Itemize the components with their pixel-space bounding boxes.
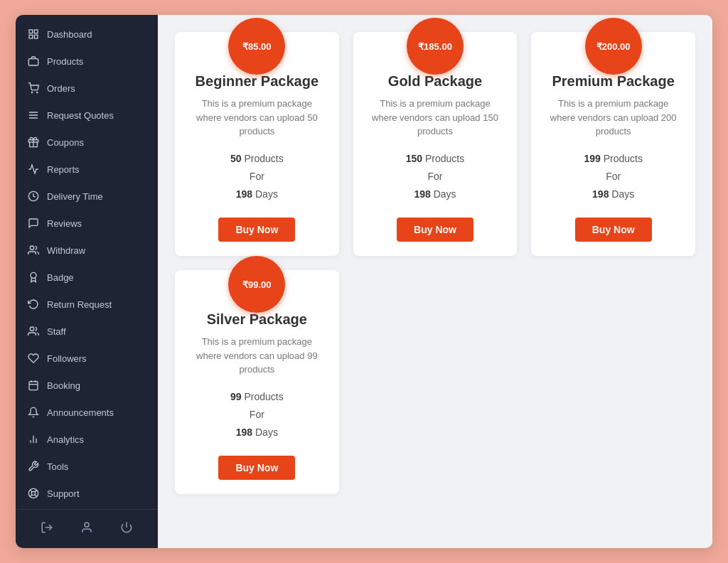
price-badge-gold: ₹185.00 bbox=[407, 18, 464, 75]
booking-icon bbox=[27, 379, 40, 392]
sidebar-item-products[interactable]: Products bbox=[16, 48, 158, 75]
svg-rect-16 bbox=[29, 382, 38, 390]
sidebar-item-analytics[interactable]: Analytics bbox=[16, 426, 158, 453]
price-badge-beginner: ₹85.00 bbox=[228, 18, 285, 75]
packages-grid-bottom: ₹99.00 Silver Package This is a premium … bbox=[175, 270, 695, 494]
sidebar-nav: Dashboard Products Orders Request Quotes… bbox=[16, 15, 158, 509]
sidebar-item-label-return-request: Return Request bbox=[47, 299, 146, 310]
sidebar-item-staff[interactable]: Staff bbox=[16, 318, 158, 345]
svg-point-24 bbox=[31, 491, 35, 495]
orders-icon bbox=[27, 82, 40, 95]
sidebar-item-reports[interactable]: Reports bbox=[16, 156, 158, 183]
followers-icon bbox=[27, 352, 40, 365]
sidebar-item-label-products: Products bbox=[47, 56, 146, 67]
package-details-premium: 199 Products For 198 Days bbox=[545, 150, 681, 204]
buy-now-button-gold[interactable]: Buy Now bbox=[397, 218, 473, 242]
logout-icon[interactable] bbox=[38, 518, 56, 540]
svg-rect-3 bbox=[29, 35, 33, 38]
svg-line-29 bbox=[30, 495, 32, 497]
price-badge-silver: ₹99.00 bbox=[228, 256, 285, 313]
return-request-icon bbox=[27, 298, 40, 311]
sidebar-item-badge[interactable]: Badge bbox=[16, 264, 158, 291]
svg-line-26 bbox=[35, 495, 37, 497]
main-content: ₹85.00 Beginner Package This is a premiu… bbox=[158, 15, 712, 548]
withdraw-icon bbox=[27, 244, 40, 257]
svg-point-13 bbox=[30, 246, 33, 250]
svg-line-28 bbox=[35, 490, 36, 492]
svg-rect-0 bbox=[29, 30, 33, 33]
sidebar-item-tools[interactable]: Tools bbox=[16, 453, 158, 480]
package-card-silver: ₹99.00 Silver Package This is a premium … bbox=[175, 270, 339, 494]
sidebar-item-withdraw[interactable]: Withdraw bbox=[16, 237, 158, 264]
svg-point-15 bbox=[30, 327, 33, 331]
price-premium: ₹200.00 bbox=[596, 41, 631, 52]
package-card-gold: ₹185.00 Gold Package This is a premium p… bbox=[353, 32, 518, 256]
sidebar-item-announcements[interactable]: Announcements bbox=[16, 399, 158, 426]
coupons-icon bbox=[27, 136, 40, 149]
sidebar-item-label-reviews: Reviews bbox=[47, 218, 146, 229]
profile-icon[interactable] bbox=[77, 518, 96, 540]
sidebar-item-label-analytics: Analytics bbox=[47, 434, 146, 445]
sidebar-item-label-orders: Orders bbox=[47, 83, 146, 94]
dashboard-icon bbox=[27, 28, 40, 41]
reviews-icon bbox=[27, 217, 40, 230]
sidebar-item-label-coupons: Coupons bbox=[47, 137, 146, 148]
package-desc-premium: This is a premium package where vendors … bbox=[545, 97, 681, 139]
sidebar: Dashboard Products Orders Request Quotes… bbox=[16, 15, 158, 548]
price-badge-premium: ₹200.00 bbox=[585, 18, 642, 75]
sidebar-item-label-followers: Followers bbox=[47, 353, 146, 364]
sidebar-item-support[interactable]: Support bbox=[16, 480, 158, 507]
sidebar-item-reviews[interactable]: Reviews bbox=[16, 210, 158, 237]
price-silver: ₹99.00 bbox=[242, 279, 272, 290]
days-count-silver: 198 bbox=[236, 427, 252, 438]
svg-point-6 bbox=[37, 92, 38, 92]
staff-icon bbox=[27, 325, 40, 338]
days-count-gold: 198 bbox=[414, 188, 430, 200]
power-icon[interactable] bbox=[117, 518, 136, 540]
sidebar-item-label-staff: Staff bbox=[47, 326, 146, 337]
package-details-silver: 99 Products For 198 Days bbox=[189, 388, 325, 442]
products-count-premium: 199 bbox=[584, 153, 600, 164]
package-card-beginner: ₹85.00 Beginner Package This is a premiu… bbox=[175, 32, 339, 256]
packages-grid-top: ₹85.00 Beginner Package This is a premiu… bbox=[175, 32, 695, 256]
price-beginner: ₹85.00 bbox=[242, 41, 272, 52]
sidebar-item-orders[interactable]: Orders bbox=[16, 75, 158, 102]
sidebar-item-coupons[interactable]: Coupons bbox=[16, 129, 158, 156]
sidebar-item-label-badge: Badge bbox=[47, 272, 146, 283]
sidebar-item-followers[interactable]: Followers bbox=[16, 345, 158, 372]
sidebar-item-label-reports: Reports bbox=[47, 164, 146, 175]
announcements-icon bbox=[27, 406, 40, 419]
products-count-gold: 150 bbox=[406, 153, 422, 164]
sidebar-item-dashboard[interactable]: Dashboard bbox=[16, 21, 158, 48]
request-quotes-icon bbox=[27, 109, 40, 122]
sidebar-item-delivery-time[interactable]: Delivery Time bbox=[16, 183, 158, 210]
products-count-beginner: 50 bbox=[230, 153, 242, 164]
products-icon bbox=[27, 55, 40, 68]
reports-icon bbox=[27, 163, 40, 176]
days-count-premium: 198 bbox=[592, 188, 609, 200]
package-name-beginner: Beginner Package bbox=[189, 73, 325, 90]
buy-now-button-beginner[interactable]: Buy Now bbox=[218, 218, 295, 242]
sidebar-item-booking[interactable]: Booking bbox=[16, 372, 158, 399]
sidebar-item-label-delivery-time: Delivery Time bbox=[47, 191, 146, 202]
app-container: Dashboard Products Orders Request Quotes… bbox=[16, 15, 712, 548]
package-name-gold: Gold Package bbox=[368, 73, 503, 90]
svg-point-36 bbox=[85, 522, 89, 527]
badge-icon bbox=[27, 271, 40, 284]
package-name-premium: Premium Package bbox=[545, 73, 681, 90]
sidebar-item-return-request[interactable]: Return Request bbox=[16, 291, 158, 318]
package-desc-beginner: This is a premium package where vendors … bbox=[189, 97, 325, 139]
sidebar-item-label-tools: Tools bbox=[47, 461, 146, 472]
sidebar-item-label-withdraw: Withdraw bbox=[47, 245, 146, 256]
sidebar-item-label-booking: Booking bbox=[47, 380, 146, 391]
sidebar-item-request-quotes[interactable]: Request Quotes bbox=[16, 102, 158, 129]
sidebar-item-label-support: Support bbox=[47, 488, 146, 499]
package-details-beginner: 50 Products For 198 Days bbox=[189, 150, 325, 204]
buy-now-button-silver[interactable]: Buy Now bbox=[218, 456, 295, 480]
analytics-icon bbox=[27, 433, 40, 446]
sidebar-footer bbox=[16, 509, 158, 548]
products-count-silver: 99 bbox=[230, 391, 242, 402]
delivery-time-icon bbox=[27, 190, 40, 203]
buy-now-button-premium[interactable]: Buy Now bbox=[575, 218, 652, 242]
package-card-premium: ₹200.00 Premium Package This is a premiu… bbox=[531, 32, 695, 256]
